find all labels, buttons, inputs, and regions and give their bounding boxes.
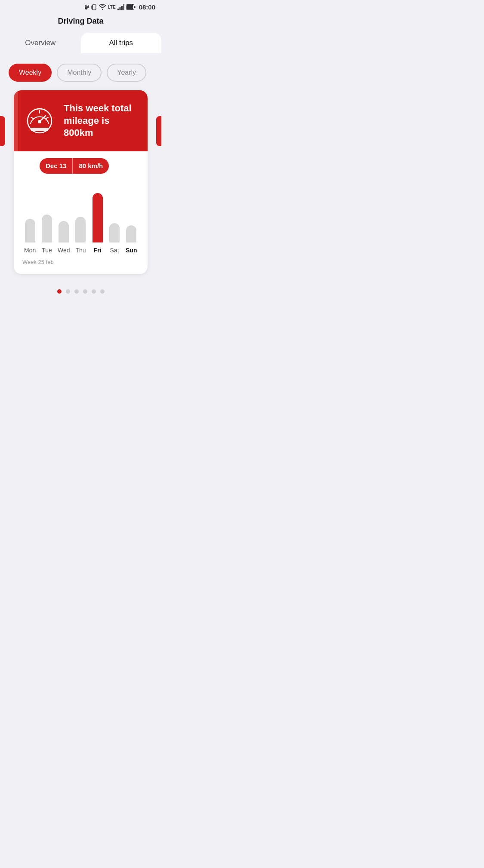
svg-rect-0 (92, 5, 96, 10)
pagination-dot-3[interactable] (83, 289, 87, 294)
pagination-dot-5[interactable] (100, 289, 105, 294)
pagination-dot-2[interactable] (74, 289, 79, 294)
bar-sun[interactable] (126, 225, 136, 242)
bar-col-sun (124, 182, 139, 242)
card-right-accent (156, 116, 161, 146)
signal-icon (117, 4, 124, 10)
card-header-text: This week total mileage is 800km (64, 102, 137, 139)
bar-tue[interactable] (42, 215, 52, 242)
bar-fri[interactable] (92, 193, 103, 242)
svg-line-14 (31, 117, 33, 119)
period-monthly-button[interactable]: Monthly (57, 64, 102, 82)
bar-wed[interactable] (59, 221, 69, 242)
day-label-sun: Sun (124, 247, 139, 254)
tab-overview[interactable]: Overview (0, 33, 81, 53)
day-labels: MonTueWedThuFriSatSun (21, 242, 141, 254)
day-label-sat: Sat (107, 247, 122, 254)
tabs-container: Overview All trips (0, 33, 161, 53)
bars-container (21, 182, 141, 242)
lte-icon: LTE (108, 5, 115, 9)
bar-col-sat (107, 182, 122, 242)
status-icons: LTE 08:00 (84, 3, 155, 11)
svg-line-13 (46, 117, 48, 119)
wifi-icon (99, 4, 106, 10)
svg-rect-3 (117, 9, 119, 10)
bar-thu[interactable] (75, 217, 86, 242)
day-label-mon: Mon (22, 247, 37, 254)
status-time: 08:00 (139, 3, 155, 11)
bar-col-thu (73, 182, 88, 242)
period-weekly-button[interactable]: Weekly (9, 64, 52, 82)
svg-rect-8 (134, 6, 136, 8)
battery-icon (126, 4, 136, 10)
tooltip-date: Dec 13 (40, 159, 72, 173)
speedometer-icon (24, 105, 55, 136)
vibrate-icon (91, 4, 97, 11)
bar-col-tue (39, 182, 54, 242)
status-bar: LTE 08:00 (0, 0, 161, 12)
day-label-tue: Tue (39, 247, 54, 254)
weekly-card: This week total mileage is 800km Dec 13 … (14, 90, 148, 274)
tooltip-speed: 80 km/h (73, 159, 109, 173)
day-label-fri: Fri (90, 247, 105, 254)
svg-rect-4 (119, 7, 120, 10)
bottom-spacer (0, 307, 161, 341)
app-header: Driving Data (0, 12, 161, 33)
bar-mon[interactable] (25, 219, 35, 242)
pagination-dot-4[interactable] (92, 289, 96, 294)
pagination (0, 282, 161, 307)
page-title: Driving Data (0, 17, 161, 26)
svg-rect-9 (126, 5, 133, 9)
card-wrapper: This week total mileage is 800km Dec 13 … (7, 90, 154, 274)
chart-area: Dec 13 80 km/h MonTueWedThuFriSatSun Wee… (14, 151, 148, 274)
bluetooth-icon (84, 4, 89, 11)
bar-col-mon (22, 182, 37, 242)
period-yearly-button[interactable]: Yearly (107, 64, 146, 82)
card-header: This week total mileage is 800km (14, 90, 148, 151)
pagination-dot-0[interactable] (57, 289, 62, 294)
bar-col-fri (90, 182, 105, 242)
chart-tooltip: Dec 13 80 km/h (40, 158, 109, 174)
svg-rect-5 (121, 6, 123, 10)
card-left-accent (0, 116, 5, 146)
svg-rect-11 (31, 128, 48, 131)
bar-sat[interactable] (109, 223, 120, 242)
day-label-wed: Wed (56, 247, 71, 254)
day-label-thu: Thu (73, 247, 88, 254)
tab-all-trips[interactable]: All trips (81, 33, 162, 53)
period-selector: Weekly Monthly Yearly (0, 53, 161, 90)
svg-point-16 (38, 120, 41, 123)
svg-rect-6 (123, 4, 124, 10)
pagination-dot-1[interactable] (66, 289, 70, 294)
week-label: Week 25 feb (21, 259, 141, 265)
bar-col-wed (56, 182, 71, 242)
